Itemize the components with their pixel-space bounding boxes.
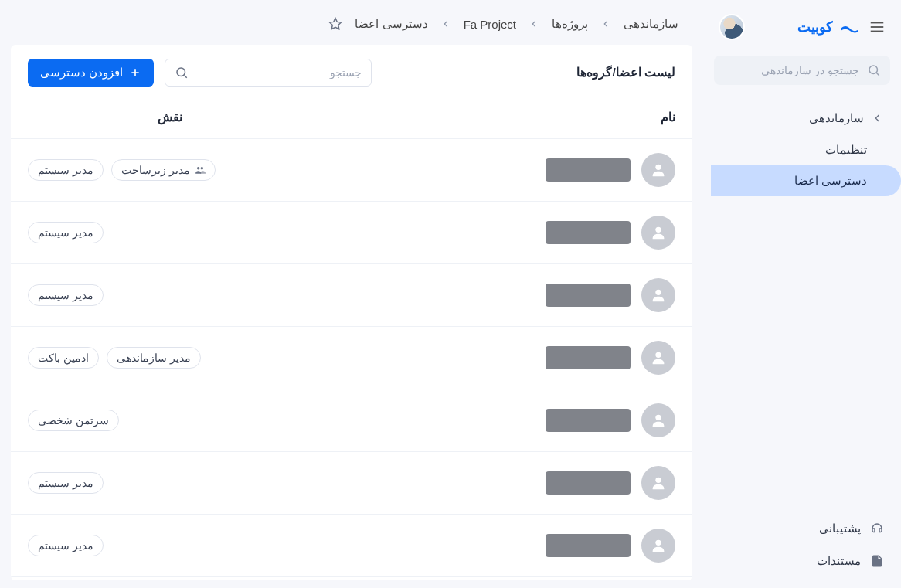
nav-group: سازماندهی تنظیمات دسترسی اعضا bbox=[703, 99, 901, 199]
panel-search-input[interactable] bbox=[195, 66, 362, 79]
table-row[interactable]: مدیر زیرساختمدیر سیستم bbox=[11, 139, 692, 202]
sidebar-item-support[interactable]: پشتیبانی bbox=[703, 512, 901, 545]
role-chip[interactable]: مدیر سیستم bbox=[28, 159, 104, 181]
role-chip[interactable]: ادمین باکت bbox=[28, 347, 99, 369]
member-name-redacted bbox=[546, 534, 631, 557]
brand-logo-icon bbox=[839, 21, 859, 33]
svg-line-4 bbox=[876, 73, 879, 75]
sidebar-item-label: مستندات bbox=[817, 554, 861, 568]
table-body: مدیر زیرساختمدیر سیستممدیر سیستممدیر سیس… bbox=[11, 139, 692, 577]
add-access-label: افزودن دسترسی bbox=[40, 66, 123, 79]
svg-point-3 bbox=[869, 66, 878, 74]
avatar bbox=[641, 278, 675, 312]
svg-marker-5 bbox=[330, 19, 342, 29]
sidebar-search-input[interactable] bbox=[723, 64, 859, 76]
column-header-role: نقش bbox=[28, 110, 313, 124]
cell-role: سرتمن شخصی bbox=[28, 410, 313, 431]
brand[interactable]: کوبیت bbox=[797, 19, 859, 36]
table-row[interactable]: مدیر سازماندهیادمین باکت bbox=[11, 327, 692, 389]
svg-point-18 bbox=[655, 540, 661, 546]
sidebar: کوبیت سازماندهی تنظیمات دسترسی اعضا bbox=[703, 0, 901, 588]
brand-name: کوبیت bbox=[797, 19, 833, 36]
panel-header: لیست اعضا/گروه‌ها افزودن دسترسی bbox=[11, 45, 692, 94]
role-chip-label: مدیر سیستم bbox=[38, 539, 94, 552]
sidebar-item-organization[interactable]: سازماندهی bbox=[711, 102, 901, 134]
member-name-redacted bbox=[546, 158, 631, 182]
cell-role: مدیر زیرساختمدیر سیستم bbox=[28, 159, 313, 181]
cell-name bbox=[313, 466, 675, 500]
role-chip[interactable]: مدیر سیستم bbox=[28, 472, 104, 494]
role-chip-label: مدیر زیرساخت bbox=[121, 164, 190, 176]
panel-search[interactable] bbox=[165, 59, 372, 87]
avatar bbox=[641, 341, 675, 375]
cell-role: مدیر سازماندهیادمین باکت bbox=[28, 347, 313, 369]
sidebar-bottom: پشتیبانی مستندات bbox=[703, 508, 901, 588]
cell-role: مدیر سیستم bbox=[28, 472, 313, 494]
user-avatar[interactable] bbox=[719, 14, 745, 40]
breadcrumb-item[interactable]: پروژه‌ها bbox=[552, 17, 588, 31]
chevron-left-icon bbox=[529, 19, 539, 29]
sidebar-header: کوبیت bbox=[703, 0, 901, 49]
svg-point-11 bbox=[196, 167, 199, 170]
sidebar-item-label: سازماندهی bbox=[809, 111, 864, 125]
breadcrumb-item[interactable]: سازماندهی bbox=[624, 17, 678, 31]
sidebar-item-docs[interactable]: مستندات bbox=[703, 545, 901, 577]
role-chip-label: سرتمن شخصی bbox=[38, 414, 109, 427]
sidebar-search[interactable] bbox=[714, 56, 890, 85]
cell-role: مدیر سیستم bbox=[28, 222, 313, 243]
chevron-left-icon bbox=[440, 19, 451, 29]
avatar bbox=[641, 153, 675, 187]
sidebar-item-label: دسترسی اعضا bbox=[794, 175, 867, 187]
star-icon[interactable] bbox=[328, 17, 342, 31]
table-header: نام نقش bbox=[11, 94, 692, 139]
role-chip[interactable]: مدیر سیستم bbox=[28, 222, 104, 243]
cell-name bbox=[313, 278, 675, 312]
member-name-redacted bbox=[546, 221, 631, 244]
cell-role: مدیر سیستم bbox=[28, 535, 313, 556]
group-icon bbox=[195, 165, 206, 175]
member-name-redacted bbox=[546, 471, 631, 495]
role-chip[interactable]: مدیر سیستم bbox=[28, 535, 104, 556]
role-chip-label: مدیر سیستم bbox=[38, 477, 94, 489]
cell-name bbox=[313, 216, 675, 250]
cell-name bbox=[313, 529, 675, 563]
avatar bbox=[641, 216, 675, 250]
breadcrumbs: سازماندهی پروژه‌ها Fa Project دسترسی اعض… bbox=[8, 0, 695, 45]
hamburger-icon[interactable] bbox=[869, 19, 886, 36]
role-chip[interactable]: سرتمن شخصی bbox=[28, 410, 119, 431]
svg-line-7 bbox=[185, 75, 187, 77]
table-row[interactable]: مدیر سیستم bbox=[11, 452, 692, 515]
sidebar-item-member-access[interactable]: دسترسی اعضا bbox=[711, 165, 901, 196]
column-header-name: نام bbox=[313, 110, 675, 124]
svg-point-13 bbox=[655, 227, 661, 233]
svg-point-17 bbox=[655, 478, 661, 483]
cell-name bbox=[313, 403, 675, 437]
svg-point-14 bbox=[655, 290, 661, 295]
main: سازماندهی پروژه‌ها Fa Project دسترسی اعض… bbox=[0, 0, 703, 588]
role-chip[interactable]: مدیر زیرساخت bbox=[111, 159, 216, 181]
table-row[interactable]: مدیر سیستم bbox=[11, 264, 692, 327]
role-chip[interactable]: مدیر سازماندهی bbox=[107, 347, 201, 369]
role-chip-label: مدیر سیستم bbox=[38, 226, 94, 239]
role-chip-label: مدیر سیستم bbox=[38, 164, 94, 176]
breadcrumb-item[interactable]: دسترسی اعضا bbox=[355, 17, 427, 31]
arrow-right-icon bbox=[872, 112, 884, 124]
member-name-redacted bbox=[546, 409, 631, 432]
avatar bbox=[641, 529, 675, 563]
svg-point-12 bbox=[200, 167, 203, 170]
breadcrumb-item[interactable]: Fa Project bbox=[464, 18, 516, 31]
svg-point-15 bbox=[655, 352, 661, 358]
role-chip-label: مدیر سازماندهی bbox=[117, 352, 191, 364]
cell-role: مدیر سیستم bbox=[28, 284, 313, 306]
table-row[interactable]: سرتمن شخصی bbox=[11, 389, 692, 452]
sidebar-item-settings[interactable]: تنظیمات bbox=[711, 134, 901, 165]
search-icon bbox=[175, 66, 189, 80]
table-row[interactable]: مدیر سیستم bbox=[11, 202, 692, 264]
members-panel: لیست اعضا/گروه‌ها افزودن دسترسی bbox=[11, 45, 692, 580]
sidebar-item-label: تنظیمات bbox=[825, 144, 867, 156]
svg-point-6 bbox=[177, 68, 185, 76]
table-row[interactable]: مدیر سیستم bbox=[11, 515, 692, 577]
add-access-button[interactable]: افزودن دسترسی bbox=[28, 59, 154, 87]
panel-actions: افزودن دسترسی bbox=[28, 59, 372, 87]
role-chip[interactable]: مدیر سیستم bbox=[28, 284, 104, 306]
